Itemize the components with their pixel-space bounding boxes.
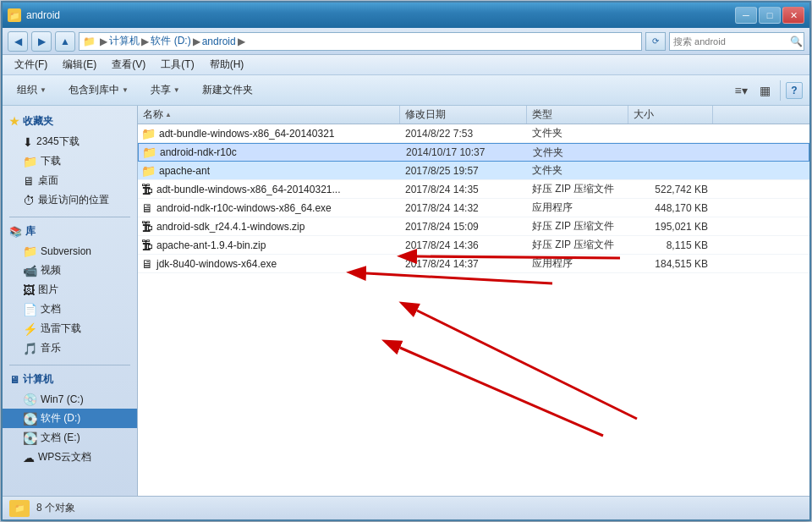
search-box[interactable]: 🔍 [669,32,804,51]
sort-arrow-name: ▲ [165,111,172,118]
new-folder-button[interactable]: 新建文件夹 [195,80,261,101]
file-type-icon: 📁 [142,146,156,159]
sidebar: ★ 收藏夹 ⬇ 2345下载 📁 下载 🖥 桌面 ⏱ 最近访问的位置 [3,106,138,496]
e-drive-label: 文档 (E:) [41,431,80,445]
file-type-cell: 好压 ZIP 压缩文件 [527,219,628,234]
path-computer[interactable]: 计算机 [109,34,140,48]
video-icon: 📹 [23,264,37,277]
sidebar-item-music[interactable]: 🎵 音乐 [3,338,137,358]
file-date-cell: 2017/8/24 14:37 [400,258,527,270]
table-row[interactable]: 🗜 adt-bundle-windows-x86_64-20140321... … [138,180,809,199]
desktop-label: 桌面 [38,173,58,188]
search-icon[interactable]: 🔍 [790,36,803,47]
share-arrow: ▼ [173,86,180,94]
address-bar: ◀ ▶ ▲ 📁 ▶ 计算机 ▶ 软件 (D:) ▶ android ▶ ⟳ 🔍 [3,28,809,55]
file-type-icon: 🗜 [141,183,153,196]
file-type-cell: 好压 ZIP 压缩文件 [527,238,628,252]
sidebar-item-e-drive[interactable]: 💽 文档 (E:) [3,428,137,448]
window: 📁 android ─ □ ✕ ◀ ▶ ▲ 📁 ▶ 计算机 ▶ 软件 (D:) … [1,1,811,521]
file-name-cell: 🖥 android-ndk-r10c-windows-x86_64.exe [138,201,400,215]
table-row[interactable]: 📁 android-ndk-r10c 2014/10/17 10:37 文件夹 [138,143,809,162]
sidebar-item-d-drive[interactable]: 💽 软件 (D:) [3,409,137,428]
file-name-cell: 🖥 jdk-8u40-windows-x64.exe [138,257,400,271]
desktop-icon: 🖥 [23,174,35,188]
add-to-library-button[interactable]: 包含到库中 ▼ [61,80,136,101]
title-bar-buttons: ─ □ ✕ [735,7,804,24]
address-path[interactable]: 📁 ▶ 计算机 ▶ 软件 (D:) ▶ android ▶ [79,32,642,51]
col-date-header[interactable]: 修改日期 [400,106,527,124]
path-drive[interactable]: 软件 (D:) [151,34,190,48]
pictures-icon: 🖼 [23,283,35,297]
menu-tools[interactable]: 工具(T) [154,56,200,74]
col-name-label: 名称 [143,107,163,122]
sidebar-item-desktop[interactable]: 🖥 桌面 [3,171,137,190]
maximize-button[interactable]: □ [759,7,781,24]
file-name-text: android-ndk-r10c-windows-x86_64.exe [156,202,332,214]
share-button[interactable]: 共享 ▼ [143,80,188,101]
file-name-text: android-ndk-r10c [160,146,237,158]
path-folder[interactable]: android [202,36,236,47]
file-name-text: adt-bundle-windows-x86_64-20140321... [156,184,340,195]
library-folder-icon: 📚 [9,226,22,238]
file-type-cell: 文件夹 [528,146,629,160]
sidebar-item-wps-cloud[interactable]: ☁ WPS云文档 [3,448,137,467]
documents-label: 文档 [41,302,61,316]
col-type-header[interactable]: 类型 [527,106,628,124]
computer-header[interactable]: 🖥 计算机 [3,369,137,390]
table-row[interactable]: 📁 apache-ant 2017/8/25 19:57 文件夹 [138,162,809,180]
organize-button[interactable]: 组织 ▼ [9,80,54,101]
music-label: 音乐 [41,341,61,355]
library-section: 📚 库 📁 Subversion 📹 视频 🖼 图片 📄 文档 [3,221,137,358]
file-type-cell: 应用程序 [527,256,628,271]
table-row[interactable]: 📁 adt-bundle-windows-x86_64-20140321 201… [138,124,809,143]
file-date-cell: 2017/8/24 14:35 [400,184,527,195]
forward-button[interactable]: ▶ [31,31,52,52]
sidebar-item-downloads[interactable]: 📁 下载 [3,151,137,171]
close-button[interactable]: ✕ [782,7,804,24]
recent-icon: ⏱ [23,194,35,207]
view-list-button[interactable]: ≡▾ [731,80,751,101]
favorites-header[interactable]: ★ 收藏夹 [3,111,137,132]
library-header[interactable]: 📚 库 [3,221,137,242]
menu-file[interactable]: 文件(F) [8,56,54,74]
downloads-icon: 📁 [23,155,37,168]
table-row[interactable]: 🖥 android-ndk-r10c-windows-x86_64.exe 20… [138,199,809,217]
up-button[interactable]: ▲ [55,31,75,52]
file-date-cell: 2017/8/24 15:09 [400,221,527,233]
sidebar-item-c-drive[interactable]: 💿 Win7 (C:) [3,390,137,409]
sidebar-item-video[interactable]: 📹 视频 [3,261,137,280]
menu-view[interactable]: 查看(V) [105,56,152,74]
file-type-icon: 🗜 [141,220,153,234]
minimize-button[interactable]: ─ [735,7,757,24]
col-size-label: 大小 [634,107,654,122]
sidebar-item-subversion[interactable]: 📁 Subversion [3,242,137,261]
table-row[interactable]: 🗜 android-sdk_r24.4.1-windows.zip 2017/8… [138,217,809,236]
back-button[interactable]: ◀ [8,31,28,52]
menu-help[interactable]: 帮助(H) [203,56,251,74]
video-label: 视频 [41,263,61,277]
sidebar-item-pictures[interactable]: 🖼 图片 [3,280,137,299]
sidebar-item-thunder[interactable]: ⚡ 迅雷下载 [3,319,137,338]
title-bar-text: android [26,9,735,21]
col-name-header[interactable]: 名称 ▲ [138,106,400,124]
window-icon: 📁 [8,8,21,22]
refresh-button[interactable]: ⟳ [645,32,666,51]
wps-cloud-label: WPS云文档 [38,450,91,464]
search-input[interactable] [673,36,790,47]
subversion-label: Subversion [41,245,91,257]
organize-arrow: ▼ [40,86,47,94]
add-library-arrow: ▼ [122,86,129,94]
table-row[interactable]: 🖥 jdk-8u40-windows-x64.exe 2017/8/24 14:… [138,255,809,273]
table-row[interactable]: 🗜 apache-ant-1.9.4-bin.zip 2017/8/24 14:… [138,236,809,255]
file-type-cell: 文件夹 [527,163,628,178]
sidebar-item-downloads2345[interactable]: ⬇ 2345下载 [3,132,137,151]
view-details-button[interactable]: ▦ [754,80,775,101]
sidebar-item-recent[interactable]: ⏱ 最近访问的位置 [3,190,137,210]
computer-label: 计算机 [23,372,53,387]
file-header: 名称 ▲ 修改日期 类型 大小 [138,106,809,124]
file-name-text: adt-bundle-windows-x86_64-20140321 [159,128,334,140]
sidebar-item-documents[interactable]: 📄 文档 [3,299,137,319]
menu-edit[interactable]: 编辑(E) [56,56,103,74]
help-button[interactable]: ? [786,82,803,99]
col-size-header[interactable]: 大小 [628,106,713,124]
